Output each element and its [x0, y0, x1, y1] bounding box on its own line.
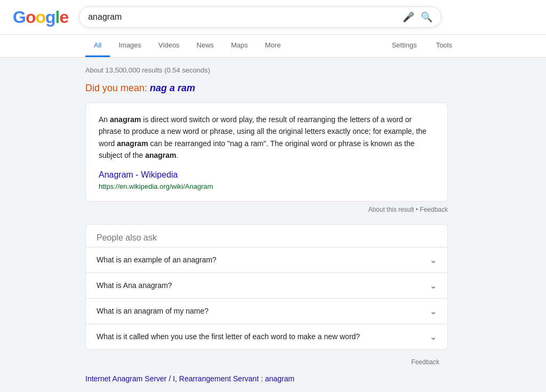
paa-item-1[interactable]: What is an example of an anagram? ⌄ — [86, 247, 447, 273]
search-icon[interactable]: 🔍 — [421, 11, 432, 23]
people-also-ask-card: People also ask What is an example of an… — [85, 224, 448, 350]
nav-right: Settings Tools — [383, 35, 461, 57]
did-you-mean: Did you mean: nag a ram — [85, 83, 461, 94]
chevron-down-icon-1: ⌄ — [430, 255, 437, 265]
paa-item-3[interactable]: What is an anagram of my name? ⌄ — [86, 298, 447, 324]
paa-item-2[interactable]: What is Ana anagram? ⌄ — [86, 273, 447, 298]
bottom-result-link[interactable]: Internet Anagram Server / I, Rearrangeme… — [85, 374, 461, 383]
paa-question-3: What is an anagram of my name? — [97, 307, 208, 315]
results-info: About 13,500,000 results (0.54 seconds) — [85, 66, 461, 74]
footer-separator: • — [414, 206, 420, 213]
paa-question-2: What is Ana anagram? — [97, 281, 172, 290]
info-card: An anagram is direct word switch or word… — [85, 102, 448, 202]
nav-left: All Images Videos News Maps More — [85, 35, 383, 57]
tab-maps[interactable]: Maps — [222, 35, 256, 57]
wikipedia-url: https://en.wikipedia.org/wiki/Anagram — [99, 182, 213, 190]
tab-more[interactable]: More — [256, 35, 290, 57]
search-icons: 🎤 🔍 — [403, 11, 432, 23]
info-card-text: An anagram is direct word switch or word… — [99, 114, 435, 162]
tab-videos[interactable]: Videos — [150, 35, 188, 57]
search-bar: 🎤 🔍 — [79, 6, 441, 28]
chevron-down-icon-4: ⌄ — [430, 332, 437, 342]
paa-question-4: What is it called when you use the first… — [97, 332, 360, 341]
microphone-icon[interactable]: 🎤 — [403, 11, 414, 23]
tab-all[interactable]: All — [85, 35, 110, 57]
main-content: About 13,500,000 results (0.54 seconds) … — [0, 58, 546, 391]
feedback-link-card[interactable]: Feedback — [420, 206, 448, 213]
paa-item-4[interactable]: What is it called when you use the first… — [86, 324, 447, 349]
chevron-down-icon-3: ⌄ — [430, 306, 437, 316]
header: Google 🎤 🔍 — [0, 0, 546, 35]
paa-feedback-link[interactable]: Feedback — [411, 358, 439, 366]
google-logo: Google — [13, 7, 68, 27]
wikipedia-link[interactable]: Anagram - Wikipedia — [99, 170, 435, 180]
nav-tabs: All Images Videos News Maps More Setting… — [0, 35, 546, 58]
search-input[interactable] — [88, 12, 403, 22]
tab-images[interactable]: Images — [110, 35, 150, 57]
logo-letter-o2: o — [35, 7, 45, 27]
logo-letter-g1: G — [13, 7, 26, 27]
logo-letter-e: e — [59, 7, 68, 27]
chevron-down-icon-2: ⌄ — [430, 281, 437, 291]
tab-news[interactable]: News — [188, 35, 223, 57]
did-you-mean-link[interactable]: nag a ram — [150, 83, 195, 93]
did-you-mean-label: Did you mean: — [85, 83, 150, 93]
paa-question-1: What is an example of an anagram? — [97, 255, 216, 264]
paa-footer: Feedback — [85, 354, 448, 370]
logo-letter-g2: g — [45, 7, 55, 27]
tab-tools[interactable]: Tools — [428, 35, 461, 57]
card-footer: About this result • Feedback — [85, 206, 448, 213]
about-this-result-link[interactable]: About this result — [368, 206, 414, 213]
logo-letter-o1: o — [26, 7, 36, 27]
paa-title: People also ask — [86, 225, 447, 247]
tab-settings[interactable]: Settings — [383, 35, 425, 57]
